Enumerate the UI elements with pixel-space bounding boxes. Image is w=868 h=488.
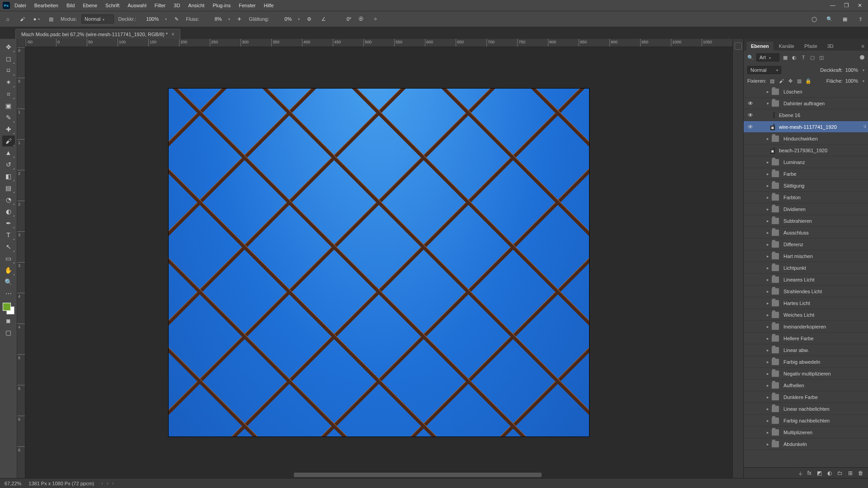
collapsed-panel-icon[interactable] [735, 42, 742, 50]
new-group-icon[interactable]: 🗀 [837, 470, 843, 476]
layer-name[interactable]: Linear nachbelichten [781, 406, 866, 412]
layer-name[interactable]: Dahinter auftragen [781, 101, 866, 106]
layer-name[interactable]: Subtrahieren [781, 218, 866, 224]
layer-opacity-value[interactable]: 100% [845, 67, 858, 73]
menu-ansicht[interactable]: Ansicht [184, 1, 208, 9]
layer-row[interactable]: ▸Farbig nachbelichten [744, 415, 868, 427]
disclosure-triangle-icon[interactable]: ▸ [765, 442, 770, 446]
layer-name[interactable]: beach-2179361_1920 [776, 148, 866, 153]
opacity-value[interactable]: 100% [141, 16, 159, 22]
brush-tip-icon[interactable]: ●▾ [32, 14, 42, 24]
menu-fenster[interactable]: Fenster [235, 1, 259, 9]
blend-mode-select[interactable]: Normal▾ [81, 14, 113, 23]
disclosure-triangle-icon[interactable]: ▸ [765, 183, 770, 188]
path-selection-tool[interactable]: ↖ [2, 241, 15, 252]
layer-row[interactable]: ▸Ineinanderkopieren [744, 321, 868, 333]
disclosure-triangle-icon[interactable]: ▸ [765, 160, 770, 164]
disclosure-triangle-icon[interactable]: ▸ [765, 207, 770, 211]
blur-tool[interactable]: ◔ [2, 194, 15, 205]
layer-name[interactable]: Differenz [781, 242, 866, 247]
opacity-chevron-icon[interactable]: ▾ [165, 17, 167, 21]
layer-name[interactable]: Dunklere Farbe [781, 394, 866, 400]
layer-name[interactable]: Farbe [781, 171, 866, 177]
close-tab-icon[interactable]: × [171, 31, 175, 38]
layer-name[interactable]: Negativ multiplizieren [781, 371, 866, 376]
hand-tool[interactable]: ✋ [2, 265, 15, 276]
layer-name[interactable]: Ineinanderkopieren [781, 324, 866, 329]
layer-mask-icon[interactable]: ◩ [817, 470, 822, 476]
layer-row[interactable]: ▸Lineares Licht [744, 274, 868, 286]
layer-row[interactable]: ▸Sättigung [744, 180, 868, 192]
layer-row[interactable]: 👁Ebene 16 [744, 109, 868, 121]
layer-name[interactable]: Multiplizieren [781, 430, 866, 435]
layer-name[interactable]: Hartes Licht [781, 300, 866, 306]
lock-artboard-icon[interactable]: ▥ [796, 78, 802, 84]
zoom-level[interactable]: 67,22% [5, 481, 21, 486]
layer-row[interactable]: ▸Differenz [744, 239, 868, 250]
marquee-tool[interactable]: ◻ [2, 53, 15, 64]
eyedropper-tool[interactable]: ✎ [2, 112, 15, 123]
layer-row[interactable]: ▸Hart mischen [744, 250, 868, 262]
opacity-pressure-icon[interactable]: ✎ [171, 14, 181, 24]
horizontal-ruler[interactable]: -500501001502002503003504004505005506006… [25, 39, 732, 47]
layer-name[interactable]: Lichtpunkt [781, 265, 866, 271]
link-layers-icon[interactable]: ⏚ [799, 470, 802, 476]
disclosure-triangle-icon[interactable]: ▸ [765, 230, 770, 235]
disclosure-triangle-icon[interactable]: ▸ [765, 136, 770, 141]
move-tool[interactable]: ✥ [2, 42, 15, 52]
layer-row[interactable]: ▸Lichtpunkt [744, 262, 868, 274]
flow-value[interactable]: 8% [204, 16, 222, 22]
layer-row[interactable]: ▸Multiplizieren [744, 427, 868, 438]
dodge-tool[interactable]: ◐ [2, 206, 15, 217]
layer-name[interactable]: Strahlendes Licht [781, 289, 866, 294]
layer-row[interactable]: ▸Aufhellen [744, 380, 868, 391]
disclosure-triangle-icon[interactable]: ▸ [765, 172, 770, 176]
size-pressure-icon[interactable]: ⦿ [356, 14, 366, 24]
lock-transparency-icon[interactable]: ▧ [769, 78, 775, 84]
layer-name[interactable]: Luminanz [781, 160, 866, 165]
brush-panel-icon[interactable]: ▥ [46, 14, 56, 24]
menu-bild[interactable]: Bild [63, 1, 78, 9]
disclosure-triangle-icon[interactable]: ▸ [765, 289, 770, 294]
lock-image-icon[interactable]: 🖌 [778, 78, 784, 84]
brush-tool[interactable]: 🖌 [2, 136, 15, 146]
panel-tab-kanäle[interactable]: Kanäle [774, 42, 799, 51]
layer-thumbnail[interactable] [774, 112, 774, 118]
menu-schrift[interactable]: Schrift [102, 1, 123, 9]
visibility-toggle[interactable]: 👁 [745, 124, 755, 130]
disclosure-triangle-icon[interactable]: ▸ [765, 277, 770, 282]
layer-name[interactable]: Farbig abwedeln [781, 359, 866, 365]
layer-name[interactable]: Dividieren [781, 206, 866, 212]
layer-row[interactable]: ▸Abdunkeln [744, 438, 868, 450]
layer-row[interactable]: ▸Weiches Licht [744, 309, 868, 321]
layer-row[interactable]: ▸Hartes Licht [744, 297, 868, 309]
layer-name[interactable]: Abdunkeln [781, 441, 866, 447]
layer-name[interactable]: Hellere Farbe [781, 336, 866, 341]
layer-row[interactable]: ▸Strahlendes Licht [744, 286, 868, 297]
document-tab[interactable]: Misch Modis.psdc bei 67,2% (wire-mesh-11… [15, 29, 180, 39]
disclosure-triangle-icon[interactable]: ▸ [765, 301, 770, 305]
disclosure-triangle-icon[interactable]: ▸ [765, 371, 770, 376]
layer-row[interactable]: ▸Farbe [744, 168, 868, 180]
layer-name[interactable]: wire-mesh-1117741_1920 [776, 124, 860, 130]
cloud-docs-icon[interactable]: ◯ [809, 14, 819, 24]
healing-brush-tool[interactable]: ✚ [2, 124, 15, 135]
disclosure-triangle-icon[interactable]: ▸ [765, 89, 770, 94]
angle-value[interactable]: 0° [333, 16, 351, 22]
layer-name[interactable]: Farbig nachbelichten [781, 418, 866, 423]
layer-row[interactable]: ▸Linear nachbelichten [744, 403, 868, 415]
panel-tab-3d[interactable]: 3D [823, 42, 838, 51]
more-tools-icon[interactable]: ⋯ [2, 288, 15, 299]
filter-smartobject-icon[interactable]: ◫ [818, 54, 825, 61]
filter-toggle[interactable] [860, 55, 864, 60]
lasso-tool[interactable]: ⌑ [2, 65, 15, 76]
menu-3d[interactable]: 3D [170, 1, 184, 9]
color-swatches[interactable] [3, 303, 14, 314]
disclosure-triangle-icon[interactable]: ▸ [765, 313, 770, 317]
layer-name[interactable]: Ebene 16 [776, 113, 866, 118]
layer-blend-mode-select[interactable]: Normal▾ [747, 66, 781, 74]
menu-ebene[interactable]: Ebene [79, 1, 101, 9]
menu-hilfe[interactable]: Hilfe [260, 1, 277, 9]
window-restore-button[interactable]: ❐ [843, 2, 850, 9]
rectangle-tool[interactable]: ▭ [2, 253, 15, 264]
